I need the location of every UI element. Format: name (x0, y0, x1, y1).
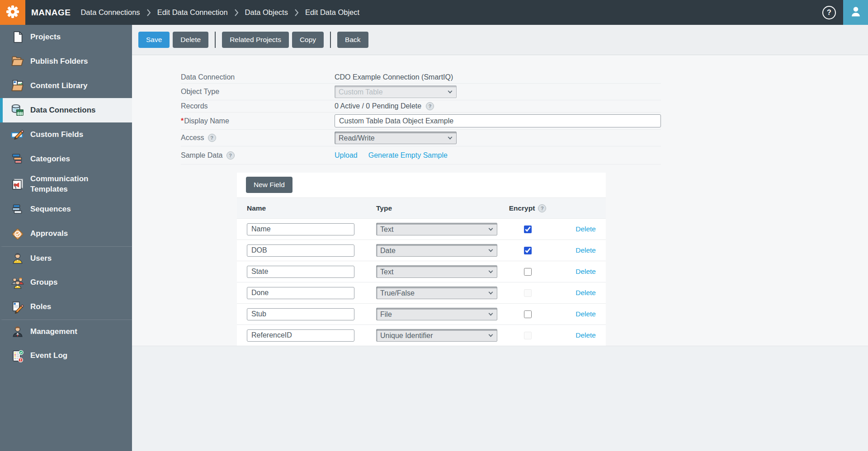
delete-link[interactable]: Delete (576, 246, 596, 254)
field-type-select[interactable]: Unique Identifier (376, 329, 497, 342)
breadcrumb-data-connections[interactable]: Data Connections (80, 8, 140, 17)
user-menu-button[interactable] (843, 0, 868, 25)
encrypt-checkbox[interactable] (524, 310, 532, 318)
app-logo-button[interactable] (0, 0, 25, 25)
encrypt-checkbox[interactable] (524, 226, 532, 233)
sidebar-item-projects[interactable]: Projects (0, 25, 132, 49)
upload-link[interactable]: Upload (335, 151, 358, 160)
field-name-input[interactable] (247, 308, 354, 320)
field-type-select[interactable]: True/False (376, 287, 497, 299)
sidebar-item-custom-fields[interactable]: Custom Fields (0, 122, 132, 147)
field-type-select[interactable]: File (376, 308, 497, 320)
document-icon (10, 30, 25, 44)
help-icon[interactable]: ? (822, 6, 836, 19)
toolbar-divider (215, 32, 216, 48)
generate-empty-sample-link[interactable]: Generate Empty Sample (368, 151, 448, 160)
breadcrumb-data-objects[interactable]: Data Objects (245, 8, 288, 17)
encrypt-checkbox[interactable] (524, 332, 532, 339)
sidebar-item-label: Data Connections (30, 105, 96, 116)
breadcrumb-edit-data-object: Edit Data Object (305, 8, 359, 17)
content-area: Data Connection CDO Example Connection (… (132, 55, 868, 346)
delete-link[interactable]: Delete (576, 289, 596, 297)
footer-strip (132, 346, 868, 451)
delete-link[interactable]: Delete (576, 268, 596, 276)
sidebar-item-approvals[interactable]: Approvals (0, 222, 132, 246)
brand-title: MANAGE (31, 8, 71, 18)
field-name-input[interactable] (247, 287, 354, 299)
sidebar-item-label: Custom Fields (30, 130, 83, 140)
sidebar-item-roles[interactable]: Roles (0, 295, 132, 319)
form-row-sample-data: Sample Data Upload Generate Empty Sample (181, 146, 661, 164)
help-icon[interactable] (426, 102, 434, 110)
field-row: File Delete (237, 303, 606, 324)
object-type-select[interactable]: Custom Table (335, 85, 457, 98)
column-header-encrypt: Encrypt (509, 204, 535, 212)
display-name-label: Display Name (184, 117, 229, 125)
sidebar-item-label: Content Library (30, 81, 88, 91)
encrypt-checkbox[interactable] (524, 289, 532, 297)
sidebar: Projects Publish Folders Content Library… (0, 25, 132, 451)
database-table-icon (10, 103, 25, 117)
access-select[interactable]: Read/Write (335, 132, 457, 144)
new-field-button[interactable]: New Field (246, 177, 292, 193)
main-area: Save Delete Related Projects Copy Back D… (132, 0, 868, 451)
sidebar-item-label: Projects (30, 32, 61, 42)
sidebar-item-data-connections[interactable]: Data Connections (0, 98, 132, 122)
encrypt-checkbox[interactable] (524, 268, 532, 276)
sidebar-item-users[interactable]: Users (0, 246, 132, 271)
save-button[interactable]: Save (138, 32, 170, 48)
sidebar-item-publish-folders[interactable]: Publish Folders (0, 49, 132, 74)
delete-button[interactable]: Delete (173, 32, 208, 48)
help-icon[interactable] (208, 134, 216, 142)
delete-link[interactable]: Delete (576, 225, 596, 233)
folder-media-icon (10, 79, 25, 93)
field-name-input[interactable] (247, 329, 354, 342)
back-button[interactable]: Back (337, 32, 368, 48)
sidebar-item-label: Groups (30, 277, 57, 288)
field-name-input[interactable] (247, 266, 354, 278)
display-name-input[interactable] (335, 114, 661, 127)
field-row: Text Delete (237, 218, 606, 240)
fields-table-header: Name Type Encrypt (237, 197, 606, 218)
field-row: Text Delete (237, 261, 606, 282)
sample-data-label: Sample Data (181, 151, 223, 160)
stacked-bars-icon (10, 152, 25, 166)
people-icon (10, 276, 25, 290)
breadcrumb-edit-data-connection[interactable]: Edit Data Connection (157, 8, 228, 17)
field-type-select[interactable]: Text (376, 223, 497, 235)
sidebar-item-label: Approvals (30, 229, 68, 239)
help-icon[interactable] (226, 151, 235, 160)
field-type-select[interactable]: Date (376, 244, 497, 257)
field-type-select[interactable]: Text (376, 265, 497, 278)
megaphone-card-icon (10, 177, 25, 192)
sidebar-item-management[interactable]: Management (0, 319, 132, 344)
copy-button[interactable]: Copy (292, 32, 324, 48)
sidebar-item-sequences[interactable]: Sequences (0, 197, 132, 222)
sidebar-item-groups[interactable]: Groups (0, 271, 132, 295)
sidebar-item-label: Communication Templates (30, 174, 123, 195)
form-row-object-type: Object Type Custom Table (181, 84, 661, 100)
document-pencil-icon (10, 300, 25, 315)
sidebar-item-event-log[interactable]: Event Log (0, 344, 132, 368)
chevron-right-icon (294, 9, 299, 16)
sidebar-item-content-library[interactable]: Content Library (0, 74, 132, 98)
log-badges-icon (10, 349, 25, 363)
related-projects-button[interactable]: Related Projects (222, 32, 289, 48)
data-connection-label: Data Connection (181, 73, 335, 81)
toolbar-divider (330, 32, 331, 48)
delete-link[interactable]: Delete (576, 331, 596, 339)
field-name-input[interactable] (247, 244, 354, 257)
help-icon[interactable] (538, 204, 546, 212)
encrypt-checkbox[interactable] (524, 247, 532, 254)
required-asterisk: *Display Name (181, 117, 229, 125)
delete-link[interactable]: Delete (576, 310, 596, 318)
fields-panel: New Field Name Type Encrypt Text Delete (237, 173, 606, 346)
sidebar-item-communication-templates[interactable]: Communication Templates (0, 171, 132, 197)
field-name-input[interactable] (247, 223, 354, 235)
sidebar-item-label: Event Log (30, 351, 67, 361)
sidebar-item-categories[interactable]: Categories (0, 147, 132, 171)
data-object-form: Data Connection CDO Example Connection (… (181, 71, 661, 164)
top-bar: MANAGE Data Connections Edit Data Connec… (0, 0, 868, 25)
object-type-label: Object Type (181, 88, 335, 96)
diamond-check-icon (10, 227, 25, 241)
